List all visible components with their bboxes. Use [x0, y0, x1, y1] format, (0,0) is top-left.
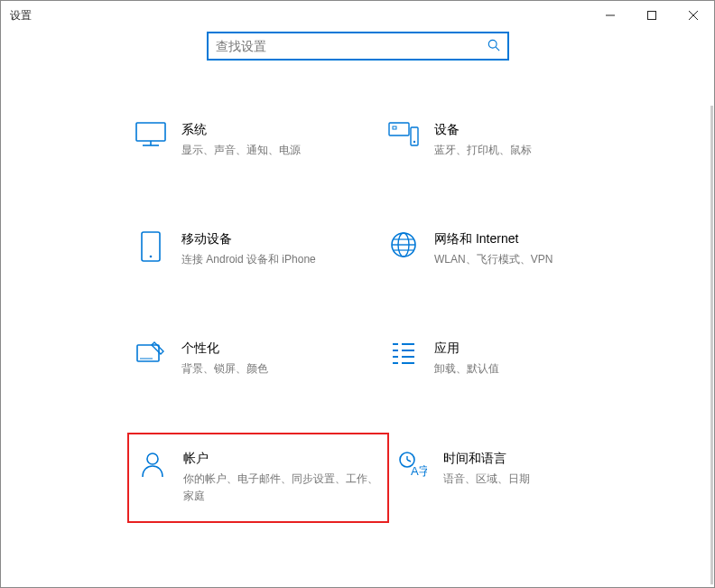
category-apps[interactable]: 应用 卸载、默认值 [380, 333, 633, 385]
category-title: 应用 [434, 341, 627, 357]
svg-point-4 [488, 40, 497, 48]
category-sub: 卸载、默认值 [434, 360, 627, 378]
category-title: 系统 [181, 122, 375, 138]
category-devices[interactable]: 设备 蓝牙、打印机、鼠标 [380, 115, 633, 166]
svg-point-12 [413, 141, 415, 143]
category-sub: 背景、锁屏、颜色 [181, 360, 375, 378]
svg-rect-10 [393, 126, 396, 129]
svg-rect-9 [389, 123, 409, 135]
category-time-language[interactable]: A字 时间和语言 语音、区域、日期 [389, 443, 642, 523]
category-sub: 连接 Android 设备和 iPhone [181, 251, 375, 268]
svg-point-14 [150, 256, 153, 258]
phone-icon [133, 231, 169, 267]
category-personalization[interactable]: 个性化 背景、锁屏、颜色 [127, 333, 380, 385]
personalize-icon [133, 341, 169, 377]
time-language-icon: A字 [395, 451, 431, 487]
category-system[interactable]: 系统 显示、声音、通知、电源 [127, 115, 380, 166]
svg-text:A字: A字 [411, 464, 427, 478]
svg-line-33 [407, 460, 411, 462]
category-sub: 语音、区域、日期 [443, 471, 636, 488]
scrollbar[interactable] [710, 106, 713, 584]
search-icon [488, 39, 500, 54]
category-title: 设备 [434, 122, 627, 138]
svg-point-30 [147, 453, 158, 464]
svg-line-5 [496, 47, 499, 51]
maximize-button[interactable] [631, 1, 673, 30]
category-gaming[interactable]: 游戏 Game Bar, 捕获, 游戏模式 [127, 581, 380, 588]
svg-rect-6 [136, 123, 165, 141]
category-ease-of-access[interactable]: 轻松使用 讲述人、放大镜、高对比度 [380, 581, 633, 588]
category-title: 帐户 [183, 451, 382, 467]
category-sub: 显示、声音、通知、电源 [181, 142, 375, 159]
devices-icon [385, 122, 422, 158]
display-icon [133, 122, 169, 158]
category-accounts[interactable]: 帐户 你的帐户、电子邮件、同步设置、工作、家庭 [127, 433, 389, 523]
search-box[interactable] [207, 32, 509, 61]
settings-grid: 系统 显示、声音、通知、电源 设备 蓝牙、打印机、鼠标 移动设备 连接 Andr… [1, 61, 714, 588]
minimize-button[interactable] [590, 1, 631, 30]
close-button[interactable] [673, 1, 714, 30]
window-title: 设置 [10, 8, 32, 23]
person-icon [135, 451, 171, 487]
category-title: 网络和 Internet [434, 231, 627, 247]
apps-icon [385, 341, 422, 377]
search-row [1, 32, 714, 61]
category-sub: WLAN、飞行模式、VPN [434, 251, 627, 268]
globe-icon [385, 231, 422, 267]
svg-rect-1 [648, 12, 656, 20]
window-controls [590, 1, 714, 30]
search-input[interactable] [216, 39, 488, 53]
category-sub: 你的帐户、电子邮件、同步设置、工作、家庭 [183, 471, 382, 505]
category-mobile[interactable]: 移动设备 连接 Android 设备和 iPhone [127, 224, 380, 275]
titlebar: 设置 [1, 1, 714, 30]
category-sub: 蓝牙、打印机、鼠标 [434, 142, 627, 159]
category-network[interactable]: 网络和 Internet WLAN、飞行模式、VPN [380, 224, 633, 275]
category-title: 移动设备 [181, 231, 375, 247]
category-title: 时间和语言 [443, 451, 636, 467]
category-title: 个性化 [181, 341, 375, 357]
